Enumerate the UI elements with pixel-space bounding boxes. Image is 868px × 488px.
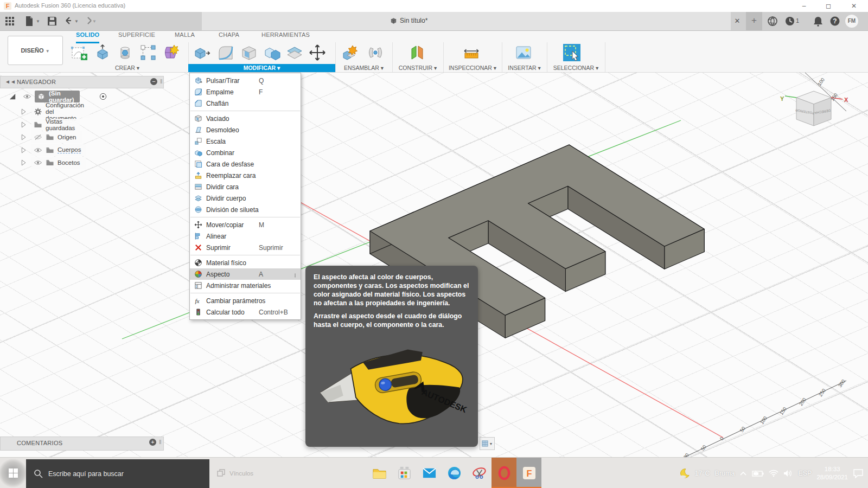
kebab-menu-icon[interactable]	[293, 270, 297, 278]
group-label-ensamblar[interactable]: ENSAMBLAR ▾	[335, 64, 392, 72]
start-button[interactable]	[0, 458, 26, 488]
eye-icon[interactable]	[34, 146, 42, 155]
pattern-tool-icon[interactable]	[139, 44, 157, 61]
inspect-tool-icon[interactable]	[463, 44, 480, 61]
links-toolbar[interactable]: Vínculos	[217, 458, 277, 488]
redo-icon[interactable]	[82, 16, 93, 27]
expand-chevron-icon[interactable]	[20, 108, 27, 115]
taskbar-icon-opera[interactable]	[492, 458, 516, 488]
menu-item-administrar-materiales[interactable]: Administrar materiales	[190, 280, 301, 291]
display-settings-chip[interactable]: ▼	[480, 437, 495, 450]
root-document-pill[interactable]: (Sin guardar)	[35, 91, 80, 102]
menu-item-vaciado[interactable]: Vaciado	[190, 113, 301, 124]
browser-item-pill[interactable]: Configuración del documento	[31, 106, 90, 118]
browser-item-pill[interactable]: Bocetos	[31, 157, 86, 169]
taskbar-icon-edge[interactable]	[442, 458, 467, 488]
menu-item-empalme[interactable]: EmpalmeF	[190, 86, 301, 98]
menu-item-combinar[interactable]: Combinar	[190, 147, 301, 158]
extrude-tool-icon[interactable]	[94, 44, 112, 61]
app-grid-icon[interactable]	[4, 16, 15, 27]
ribbon-tab-herramientas[interactable]: HERRAMIENTAS	[261, 31, 310, 41]
filletbig-tool-icon[interactable]	[217, 44, 234, 61]
menu-item-material-f-sico[interactable]: Material físico	[190, 257, 301, 268]
expand-chevron-icon[interactable]	[20, 133, 27, 141]
wifi-icon[interactable]	[769, 470, 778, 477]
menu-item-suprimir[interactable]: SuprimirSuprimir	[190, 242, 301, 253]
expand-triangle-icon[interactable]	[9, 93, 17, 101]
keyboard-language[interactable]: ESP	[798, 470, 812, 477]
file-menu-caret[interactable]: ▼	[36, 17, 40, 28]
presspull-tool-icon[interactable]	[193, 44, 210, 61]
menu-item-chafl-n[interactable]: Chaflán	[190, 98, 301, 109]
taskbar-search-input[interactable]: Escribe aquí para buscar	[26, 459, 209, 488]
menu-item-escala[interactable]: Escala	[190, 136, 301, 147]
minimize-button[interactable]: –	[795, 0, 813, 12]
workspace-switcher[interactable]: DISEÑO ▼	[8, 36, 63, 65]
notifications-bell-icon[interactable]	[813, 16, 824, 27]
add-comment-icon[interactable]: +	[149, 439, 156, 446]
battery-icon[interactable]	[752, 470, 764, 477]
group-label-modificar[interactable]: MODIFICAR ▾	[188, 64, 335, 72]
panel-resize-handle[interactable]: ‖	[160, 78, 163, 85]
sketch-tool-icon[interactable]	[71, 44, 88, 61]
user-avatar[interactable]: FM	[845, 15, 858, 28]
weather-moon-icon[interactable]	[678, 467, 690, 479]
comments-panel[interactable]: COMENTARIOS + ‖	[0, 436, 164, 451]
menu-item-cara-de-desfase[interactable]: Cara de desfase	[190, 158, 301, 170]
revolve-tool-icon[interactable]	[117, 44, 135, 61]
group-label-seleccionar[interactable]: SELECCIONAR ▾	[547, 64, 605, 72]
construct-tool-icon[interactable]	[409, 44, 426, 61]
weather-temperature[interactable]: 17°C	[695, 470, 710, 477]
file-menu-icon[interactable]	[24, 16, 35, 27]
save-icon[interactable]	[47, 16, 58, 27]
menu-item-pulsar-tirar[interactable]: Pulsar/TirarQ	[190, 75, 301, 86]
browser-item-pill[interactable]: Cuerpos	[31, 144, 86, 156]
group-label-inspeccionar[interactable]: INSPECCIONAR ▾	[443, 64, 502, 72]
movebig-tool-icon[interactable]	[309, 44, 326, 61]
undo-icon[interactable]	[64, 16, 75, 27]
form-tool-icon[interactable]	[162, 44, 179, 61]
group-label-construir[interactable]: CONSTRUIR ▾	[392, 64, 443, 72]
taskbar-icon-mail[interactable]	[417, 458, 442, 488]
browser-panel-header[interactable]: ◄◄ NAVEGADOR − ‖	[0, 76, 164, 88]
expand-chevron-icon[interactable]	[20, 146, 27, 154]
expand-chevron-icon[interactable]	[20, 159, 27, 166]
group-label-crear[interactable]: CREAR ▾	[66, 64, 188, 72]
menu-item-mover-copiar[interactable]: Mover/copiarM	[190, 219, 301, 230]
eye-off-icon[interactable]	[34, 133, 42, 142]
volume-icon[interactable]	[783, 470, 793, 477]
new-document-tab-button[interactable]: +	[746, 12, 762, 30]
redo-caret[interactable]: ▼	[92, 17, 97, 28]
tray-expand-chevron-icon[interactable]	[739, 471, 747, 476]
tray-clock[interactable]: 18:33 28/09/2021	[816, 465, 848, 481]
close-document-icon[interactable]: ✕	[732, 16, 742, 26]
collapse-panel-icon[interactable]: ◄◄	[5, 79, 16, 85]
eye-icon[interactable]	[23, 92, 31, 101]
ribbon-tab-solido[interactable]: SOLIDO	[76, 31, 99, 43]
browser-item-pill[interactable]: Vistas guardadas	[31, 119, 80, 131]
expand-chevron-icon[interactable]	[20, 121, 27, 129]
insertimg-tool-icon[interactable]	[515, 44, 532, 61]
remove-panel-icon[interactable]: −	[150, 78, 157, 85]
job-status-clock-icon[interactable]	[784, 16, 795, 27]
menu-item-aspecto[interactable]: AspectoA	[190, 268, 301, 280]
menu-item-reemplazar-cara[interactable]: Reemplazar cara	[190, 170, 301, 181]
taskbar-icon-snipping-tool[interactable]	[467, 458, 492, 488]
menu-item-desmoldeo[interactable]: Desmoldeo	[190, 124, 301, 136]
action-center-icon[interactable]	[853, 468, 864, 478]
combinebig-tool-icon[interactable]	[264, 44, 281, 61]
ribbon-tab-chapa[interactable]: CHAPA	[219, 31, 239, 41]
taskbar-icon-fusion-360[interactable]: F	[516, 458, 541, 488]
assemble-tool-icon[interactable]	[342, 44, 359, 61]
menu-item-cambiar-par-metros[interactable]: fxCambiar parámetros	[190, 295, 301, 306]
splitbig-tool-icon[interactable]	[286, 44, 303, 61]
select-tool-icon[interactable]	[563, 44, 580, 61]
eye-icon[interactable]	[34, 158, 42, 167]
document-tab[interactable]	[202, 12, 731, 30]
comments-resize-handle[interactable]: ‖	[159, 439, 162, 445]
help-icon[interactable]: ?	[829, 16, 840, 27]
weather-description[interactable]: Bruma	[715, 470, 735, 477]
browser-item-pill[interactable]: Origen	[31, 131, 82, 143]
shellbig-tool-icon[interactable]	[240, 44, 258, 61]
menu-item-calcular-todo[interactable]: Calcular todoControl+B	[190, 306, 301, 318]
